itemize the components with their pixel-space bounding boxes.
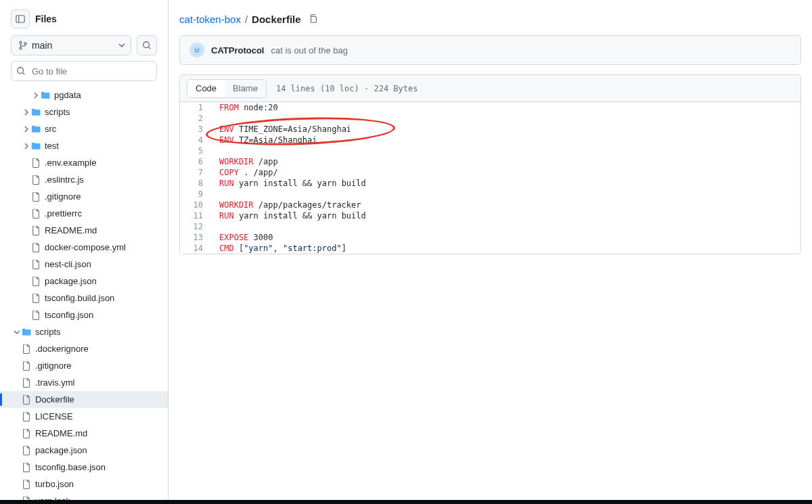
collapse-panel-button[interactable] [11, 9, 30, 28]
tree-folder[interactable]: test [0, 137, 168, 154]
tree-folder[interactable]: src [0, 120, 168, 137]
file-tree[interactable]: pgdatascriptssrctest.env.example.eslintr… [0, 87, 168, 504]
line-code[interactable] [211, 189, 800, 200]
tree-file[interactable]: Dockerfile [0, 391, 168, 408]
line-number[interactable]: 4 [180, 135, 211, 145]
svg-line-6 [149, 47, 151, 49]
folder-icon [31, 124, 41, 134]
branch-icon [18, 41, 28, 50]
tree-item-label: .dockerignore [35, 344, 89, 354]
code-line: 4ENV TZ=Asia/Shanghai [180, 135, 800, 145]
tree-file[interactable]: tsconfig.build.json [0, 290, 168, 306]
code-blame-toggle: Code Blame [187, 79, 267, 98]
svg-point-10 [194, 47, 201, 54]
tree-file[interactable]: nest-cli.json [0, 256, 168, 273]
line-code[interactable]: ENV TIME_ZONE=Asia/Shanghai [211, 124, 800, 135]
code-tab[interactable]: Code [187, 80, 225, 97]
file-icon [22, 378, 31, 388]
tree-item-label: README.md [45, 225, 97, 235]
tree-item-label: nest-cli.json [45, 259, 91, 269]
tree-file[interactable]: .travis.yml [0, 374, 168, 391]
tree-folder[interactable]: scripts [0, 323, 168, 340]
line-code[interactable]: ENV TZ=Asia/Shanghai [211, 135, 800, 145]
tree-file[interactable]: docker-compose.yml [0, 239, 168, 256]
folder-icon [41, 91, 50, 100]
line-number[interactable]: 11 [180, 210, 211, 221]
chevron-icon[interactable] [22, 109, 31, 116]
commit-message: cat is out of the bag [271, 45, 347, 55]
file-icon [31, 192, 41, 202]
search-button[interactable] [137, 35, 157, 55]
line-code[interactable] [211, 221, 800, 232]
line-number[interactable]: 12 [180, 221, 211, 232]
chevron-icon[interactable] [22, 143, 31, 150]
tree-file[interactable]: package.json [0, 442, 168, 459]
tree-folder[interactable]: scripts [0, 104, 168, 120]
code-line: 12 [180, 221, 800, 232]
chevron-down-icon [118, 42, 125, 49]
line-code[interactable]: EXPOSE 3000 [211, 232, 800, 243]
line-number[interactable]: 9 [180, 189, 211, 200]
tree-file[interactable]: README.md [0, 425, 168, 442]
line-code[interactable] [211, 145, 800, 156]
file-icon [31, 311, 41, 320]
search-icon [16, 66, 26, 76]
svg-rect-0 [16, 16, 24, 23]
tree-file[interactable]: LICENSE [0, 408, 168, 425]
line-number[interactable]: 13 [180, 232, 211, 243]
chevron-icon[interactable] [22, 126, 31, 133]
latest-commit-bar[interactable]: CATProtocol cat is out of the bag [179, 35, 801, 65]
line-code[interactable]: CMD ["yarn", "start:prod"] [211, 243, 800, 254]
code-line: 6WORKDIR /app [180, 156, 800, 167]
tree-file[interactable]: .gitignore [0, 357, 168, 374]
code-line: 3ENV TIME_ZONE=Asia/Shanghai [180, 124, 800, 135]
tree-file[interactable]: README.md [0, 222, 168, 239]
file-icon [31, 260, 41, 269]
chevron-icon[interactable] [31, 92, 41, 99]
line-code[interactable] [211, 113, 800, 124]
line-code[interactable]: COPY . /app/ [211, 167, 800, 178]
file-icon [31, 209, 41, 219]
svg-point-2 [20, 41, 22, 43]
line-number[interactable]: 14 [180, 243, 211, 254]
line-number[interactable]: 3 [180, 124, 211, 135]
tree-file[interactable]: package.json [0, 273, 168, 290]
tree-file[interactable]: .eslintrc.js [0, 171, 168, 188]
line-code[interactable]: RUN yarn install && yarn build [211, 178, 800, 189]
line-number[interactable]: 5 [180, 145, 211, 156]
line-number[interactable]: 6 [180, 156, 211, 167]
tree-file[interactable]: .env.example [0, 154, 168, 171]
line-number[interactable]: 1 [180, 102, 211, 113]
breadcrumb-repo-link[interactable]: cat-token-box [179, 14, 241, 25]
tree-item-label: scripts [35, 327, 61, 337]
file-icon [31, 294, 41, 303]
line-number[interactable]: 2 [180, 113, 211, 124]
tree-file[interactable]: tsconfig.json [0, 306, 168, 323]
tree-item-label: test [45, 141, 59, 151]
tree-file[interactable]: .prettierrc [0, 205, 168, 222]
tree-item-label: README.md [35, 428, 87, 438]
tree-folder[interactable]: pgdata [0, 87, 168, 104]
goto-file-input[interactable] [11, 61, 157, 81]
line-code[interactable]: WORKDIR /app/packages/tracker [211, 200, 800, 210]
files-label: Files [35, 14, 57, 24]
line-number[interactable]: 8 [180, 178, 211, 189]
tree-file[interactable]: turbo.json [0, 476, 168, 492]
code-line: 13EXPOSE 3000 [180, 232, 800, 243]
file-tree-sidebar: Files main pgdatascriptssrctest.env.exam… [0, 0, 168, 504]
line-number[interactable]: 7 [180, 167, 211, 178]
tree-file[interactable]: .dockerignore [0, 340, 168, 357]
tree-item-label: .eslintrc.js [45, 175, 84, 185]
line-number[interactable]: 10 [180, 200, 211, 210]
folder-icon [31, 108, 41, 117]
tree-file[interactable]: .gitignore [0, 188, 168, 205]
copy-path-button[interactable] [305, 11, 321, 27]
line-code[interactable]: WORKDIR /app [211, 156, 800, 167]
tree-item-label: Dockerfile [35, 394, 74, 405]
blame-tab[interactable]: Blame [225, 80, 266, 97]
chevron-icon[interactable] [12, 329, 22, 336]
line-code[interactable]: FROM node:20 [211, 102, 800, 113]
tree-file[interactable]: tsconfig.base.json [0, 459, 168, 476]
line-code[interactable]: RUN yarn install && yarn build [211, 210, 800, 221]
branch-select[interactable]: main [11, 35, 131, 55]
